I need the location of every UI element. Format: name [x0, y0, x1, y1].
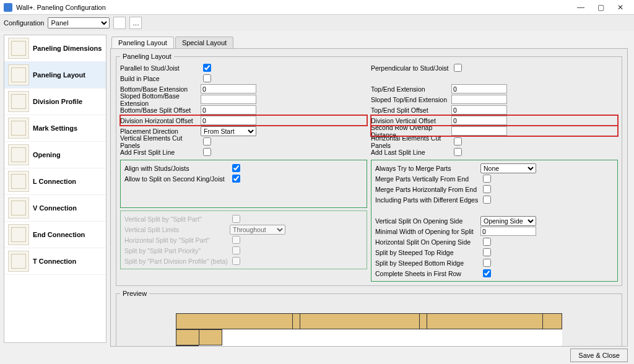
- field-label: Build in Place: [120, 75, 201, 82]
- sidebar-item-paneling-dimensions[interactable]: Paneling Dimensions: [4, 35, 106, 62]
- merge-horizontal-split-on-opening-side[interactable]: [483, 238, 491, 246]
- field-row: Add First Split Line: [120, 147, 367, 157]
- sidebar-item-l-connection[interactable]: L Connection: [4, 168, 106, 195]
- field-label: Add Last Split Line: [371, 149, 451, 156]
- layout-perpendicular-to-stud-joist[interactable]: [454, 64, 462, 72]
- field-row: Add Last Split Line: [371, 147, 618, 157]
- footer: Save & Close: [0, 347, 634, 364]
- sidebar-item-mark-settings[interactable]: Mark Settings: [4, 115, 106, 142]
- field-label: Vertical Split Limits: [124, 226, 230, 233]
- field-row: Vertical Split by "Split Part": [124, 214, 363, 224]
- sidebar-item-label: V Connection: [33, 204, 77, 212]
- split-vertical-split-by-split-part-[interactable]: [232, 215, 240, 223]
- tab-strip: Paneling LayoutSpecial Layout: [110, 35, 628, 48]
- field-row: Complete Sheets in First Row: [375, 268, 614, 279]
- sidebar-item-t-connection[interactable]: T Connection: [4, 248, 106, 275]
- field-label: Always Try to Merge Parts: [375, 165, 480, 172]
- merge-complete-sheets-in-first-row[interactable]: [483, 269, 491, 277]
- config-button-1[interactable]: [113, 17, 126, 29]
- layout-bottom-base-extension[interactable]: [201, 84, 256, 93]
- field-label: Perpendicular to Stud/Joist: [371, 64, 451, 72]
- field-label: Vertical Elements Cut Panels: [120, 134, 201, 149]
- paneling-layout-legend: Paneling Layout: [120, 53, 174, 60]
- field-row: Split by Steeped Top Ridge: [375, 247, 614, 258]
- field-row: [375, 205, 614, 215]
- split-horizontal-split-by-split-part-[interactable]: [232, 236, 240, 244]
- field-label: Bottom/Base Split Offset: [120, 106, 201, 114]
- split-split-by-part-division-profile-beta-[interactable]: [232, 257, 240, 265]
- merge-split-by-steeped-top-ridge[interactable]: [483, 248, 491, 256]
- topbar: Configuration Panel …: [0, 15, 634, 31]
- field-label: Top/End Extension: [371, 85, 451, 93]
- layout-add-first-split-line[interactable]: [203, 148, 211, 156]
- sidebar-item-paneling-layout[interactable]: Paneling Layout: [4, 62, 106, 89]
- layout-division-horizontal-offset[interactable]: [201, 116, 256, 125]
- merge-vertical-split-on-opening-side[interactable]: Opening Side: [480, 216, 536, 226]
- merge-minimal-width-of-opening-for-split[interactable]: [480, 227, 536, 236]
- layout-placement-direction[interactable]: From Start: [201, 126, 256, 136]
- field-label: Vertical Split by "Split Part": [124, 215, 230, 223]
- split-vertical-split-limits[interactable]: Throughout: [230, 225, 285, 235]
- field-row: Parallel to Stud/Joist: [120, 63, 367, 73]
- align-align-with-studs-joists[interactable]: [232, 164, 240, 172]
- sidebar-item-label: T Connection: [33, 258, 76, 265]
- sidebar-item-opening[interactable]: Opening: [4, 142, 106, 168]
- field-label: Align with Studs/Joists: [124, 165, 230, 172]
- field-label: Including Parts with Different Edges: [375, 196, 480, 204]
- field-row: Perpendicular to Stud/Joist: [371, 63, 618, 73]
- layout-bottom-base-split-offset[interactable]: [201, 105, 256, 115]
- configuration-select[interactable]: Panel: [48, 17, 110, 28]
- sidebar-item-end-connection[interactable]: End Connection: [4, 222, 106, 248]
- field-label: Top/End Split Offset: [371, 106, 451, 114]
- layout-parallel-to-stud-joist[interactable]: [203, 64, 211, 72]
- layout-add-last-split-line[interactable]: [454, 148, 462, 156]
- field-row: Sloped Bottom/Base Extension: [120, 94, 367, 105]
- field-row: Sloped Top/End Extension: [371, 94, 618, 105]
- layout-build-in-place[interactable]: [203, 74, 211, 82]
- merge-split-by-steeped-bottom-ridge[interactable]: [483, 259, 491, 267]
- field-row: Vertical Elements Cut Panels: [120, 136, 367, 147]
- preview-canvas: [176, 313, 562, 347]
- layout-horizontal-elements-cut-panels[interactable]: [454, 137, 462, 145]
- field-row: Minimal Width of Opening for Split: [375, 226, 614, 236]
- sidebar-item-v-connection[interactable]: V Connection: [4, 195, 106, 222]
- field-label: Merge Parts Horizontally From End: [375, 186, 480, 193]
- layout-vertical-elements-cut-panels[interactable]: [203, 137, 211, 145]
- field-row: Bottom/Base Split Offset: [120, 105, 367, 115]
- tab-paneling-layout[interactable]: Paneling Layout: [111, 37, 174, 48]
- layout-second-row-overlap-distance[interactable]: [451, 126, 507, 136]
- field-row: Horizontal Split by "Split Part": [124, 235, 363, 245]
- config-button-2[interactable]: …: [129, 17, 142, 29]
- sidebar-item-label: End Connection: [33, 231, 85, 238]
- field-label: Division Horizontal Offset: [120, 117, 201, 124]
- merge-always-try-to-merge-parts[interactable]: None: [480, 163, 536, 173]
- content-panel: Paneling Layout Parallel to Stud/JoistBu…: [110, 48, 628, 347]
- field-row: Merge Parts Horizontally From End: [375, 184, 614, 194]
- field-label: Merge Parts Vertically From End: [375, 175, 480, 183]
- layout-sloped-top-end-extension[interactable]: [451, 95, 507, 104]
- align-allow-to-split-on-second-king-joist[interactable]: [232, 175, 240, 183]
- field-label: Split by "Part Division Profile" (beta): [124, 258, 230, 265]
- layout-sloped-bottom-base-extension[interactable]: [201, 95, 256, 104]
- sidebar-thumb-icon: [8, 64, 29, 85]
- field-row: Split by "Part Division Profile" (beta): [124, 256, 363, 266]
- layout-top-end-split-offset[interactable]: [451, 105, 507, 115]
- minimize-button[interactable]: —: [571, 3, 591, 12]
- field-label: Complete Sheets in First Row: [375, 270, 480, 277]
- maximize-button[interactable]: ▢: [591, 3, 610, 12]
- sidebar: Paneling DimensionsPaneling LayoutDivisi…: [0, 31, 110, 347]
- split-split-by-split-part-priority-[interactable]: [232, 246, 240, 254]
- save-close-button[interactable]: Save & Close: [570, 349, 628, 362]
- sidebar-thumb-icon: [8, 197, 29, 219]
- sidebar-item-label: Division Profile: [33, 98, 82, 105]
- tab-special-layout[interactable]: Special Layout: [175, 37, 233, 48]
- sidebar-item-division-profile[interactable]: Division Profile: [4, 89, 106, 115]
- field-row: Horizontal Elements Cut Panels: [371, 136, 618, 147]
- merge-merge-parts-vertically-from-end[interactable]: [483, 175, 491, 183]
- layout-division-vertical-offset[interactable]: [451, 116, 507, 125]
- merge-merge-parts-horizontally-from-end[interactable]: [483, 185, 491, 193]
- layout-top-end-extension[interactable]: [451, 84, 507, 93]
- close-button[interactable]: ✕: [610, 3, 630, 12]
- merge-including-parts-with-different-edges[interactable]: [483, 196, 491, 204]
- field-row: Split by "Split Part Priority": [124, 245, 363, 256]
